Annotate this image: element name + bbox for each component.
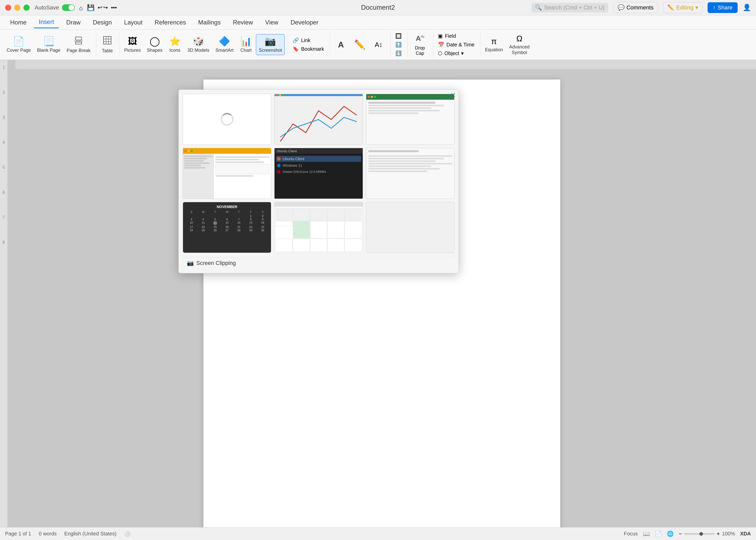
field-button[interactable]: ▣ Field [436,32,477,40]
font-a-button[interactable]: A [332,39,350,51]
icons-icon: ⭐ [169,36,181,47]
window-controls [5,5,30,11]
language-label: English (United States) [64,531,116,537]
track-changes-button[interactable]: ⚪ [124,531,131,537]
menu-item-design[interactable]: Design [88,17,117,28]
zoom-in-button[interactable]: + [717,531,720,537]
equation-icon: π [491,37,497,46]
object-button[interactable]: ⬡ Object ▾ [436,49,477,58]
print-layout-button[interactable]: 📄 [655,531,662,537]
menu-item-review[interactable]: Review [228,17,258,28]
header-footer-button[interactable]: 🔲 [393,32,404,40]
calendar-month: NOVEMBER [186,205,268,209]
icons-button[interactable]: ⭐ Icons [166,35,184,55]
share-button[interactable]: ↑ Share [707,2,738,13]
autosave-label: AutoSave [35,4,59,11]
3d-models-icon: 🎲 [193,36,204,47]
svg-text:A: A [416,35,421,42]
close-button[interactable] [5,5,11,11]
bookmark-button[interactable]: 🔖 Bookmark [290,45,326,53]
ribbon: 📄 Cover Page 📃 Blank Page Page Break [0,30,756,60]
date-time-button[interactable]: 📅 Date & Time [436,41,477,49]
search-bar[interactable]: 🔍 Search (Cmd + Ctrl + U) [532,3,608,13]
zoom-out-button[interactable]: − [679,531,682,537]
header-button[interactable]: ⬆️ [393,41,404,49]
date-time-icon: 📅 [438,42,444,48]
bookmark-icon: 🔖 [293,46,299,52]
screenshot-thumb-3[interactable] [366,94,454,145]
object-dropdown-icon: ▾ [461,50,464,56]
text-highlight-button[interactable]: ✏️ [351,38,369,52]
chart-icon: 📊 [240,36,252,47]
autosave-toggle[interactable] [62,4,75,11]
text-size-button[interactable]: A↕ [370,39,387,50]
horizontal-ruler [15,60,756,69]
menu-item-mailings[interactable]: Mailings [193,17,226,28]
3d-models-button[interactable]: 🎲 3D Models [185,35,212,55]
cover-page-icon: 📄 [13,36,25,47]
footer-button[interactable]: ⬇️ [393,49,404,58]
ribbon-group-text: A ✏️ A↕ [332,32,391,58]
comments-button[interactable]: 💬 Comments [613,2,658,13]
profile-button[interactable]: 👤 [743,4,751,12]
drop-cap-button[interactable]: A Aa DropCap [410,32,430,58]
more-button[interactable]: ••• [111,4,117,11]
document-title: Document2 [361,4,395,12]
ribbon-group-table: Table [98,32,120,58]
menu-item-insert[interactable]: Insert [34,16,59,28]
screenshot-thumb-8[interactable] [274,202,363,253]
advanced-symbol-icon: Ω [516,34,523,43]
menu-item-developer[interactable]: Developer [286,17,323,28]
home-button[interactable]: ⌂ [78,5,84,11]
text-highlight-icon: ✏️ [354,39,365,50]
cover-page-button[interactable]: 📄 Cover Page [4,35,33,55]
screenshot-dropdown: ✕ [179,89,459,273]
chart-button[interactable]: 📊 Chart [237,35,255,55]
status-bar: Page 1 of 1 0 words English (United Stat… [0,527,756,540]
pictures-icon: 🖼 [128,36,137,47]
menu-item-draw[interactable]: Draw [61,17,86,28]
screen-clipping-button[interactable]: 📷 Screen Clipping [183,257,454,269]
footer-icon: ⬇️ [395,50,402,56]
menu-item-layout[interactable]: Layout [119,17,148,28]
chevron-down-icon: ▾ [695,4,698,11]
pencil-icon: ✏️ [667,4,674,11]
menu-item-view[interactable]: View [260,17,284,28]
editing-button[interactable]: ✏️ Editing ▾ [663,2,702,13]
redo-button[interactable]: ↪ [103,4,108,11]
screenshot-thumb-6[interactable] [366,148,454,199]
smartart-button[interactable]: 🔷 SmartArt [213,35,236,55]
shapes-button[interactable]: ◯ Shapes [144,35,165,55]
screenshot-thumb-7[interactable]: NOVEMBER SMTWTFS 12 3456789 101112131415… [183,202,271,253]
minimize-button[interactable] [14,5,20,11]
menu-item-references[interactable]: References [150,17,191,28]
link-button[interactable]: 🔗 Link [290,36,326,44]
screenshot-button[interactable]: 📷 Screenshot [256,34,285,55]
read-mode-button[interactable]: 📖 [643,531,650,537]
web-layout-button[interactable]: 🌐 [667,531,674,537]
menu-item-home[interactable]: Home [5,17,32,28]
object-icon: ⬡ [438,50,442,56]
zoom-control: − + 100% [679,531,735,537]
screenshot-thumb-5[interactable]: Ubuntu Client Ubuntu Client Windows 11 [274,148,363,199]
blank-page-button[interactable]: 📃 Blank Page [35,35,63,55]
undo-button[interactable]: ↩ [98,4,102,11]
pictures-button[interactable]: 🖼 Pictures [122,35,143,55]
screenshot-thumb-2[interactable] [274,94,363,145]
zoom-level: 100% [722,531,735,537]
link-icon: 🔗 [293,37,299,43]
maximize-button[interactable] [24,5,30,11]
page-break-button[interactable]: Page Break [64,35,93,55]
header-footer-small-group: 🔲 ⬆️ ⬇️ [393,32,404,58]
screenshot-thumb-9[interactable] [366,202,454,253]
advanced-symbol-button[interactable]: Ω AdvancedSymbol [507,32,532,57]
ribbon-group-links: 🔗 Link 🔖 Bookmark [290,32,330,58]
screenshot-thumb-4[interactable] [183,148,271,199]
table-button[interactable]: Table [98,34,116,55]
save-button[interactable]: 💾 [87,4,94,11]
search-placeholder: Search (Cmd + Ctrl + U) [544,4,604,11]
screenshot-thumb-1[interactable] [183,94,271,145]
zoom-slider[interactable] [684,533,715,535]
focus-button[interactable]: Focus [624,531,637,537]
equation-button[interactable]: π Equation [482,35,506,54]
